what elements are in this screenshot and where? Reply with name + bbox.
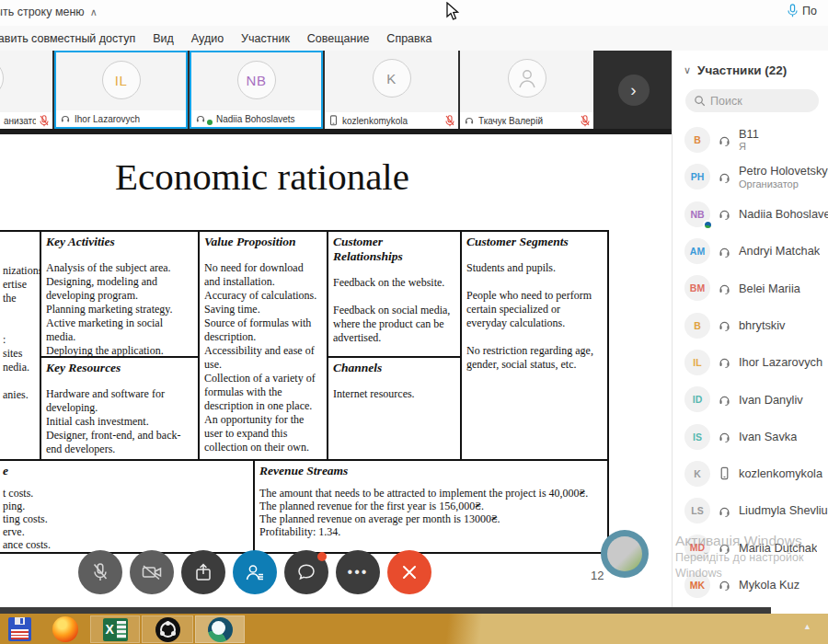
participant-row[interactable]: LS Liudmyla Shevliuk: [673, 492, 828, 529]
participant-list: B B11 Я PH: [673, 121, 828, 604]
chat-button[interactable]: [284, 550, 328, 594]
excel-icon[interactable]: X: [90, 615, 140, 643]
participant-row[interactable]: AM Andryi Matchak: [673, 233, 828, 270]
headset-icon: [718, 282, 731, 295]
participant-row[interactable]: B bhrytskiv: [673, 306, 828, 343]
menu-item[interactable]: Участник: [241, 32, 290, 45]
avatar-initials: LS: [691, 505, 703, 516]
participant-name: Liudmyla Shevliuk: [739, 503, 828, 517]
avatar-initials: K: [694, 468, 701, 479]
participants-panel-header[interactable]: ∨ Участники (22): [673, 51, 828, 77]
participant-row[interactable]: IS Ivan Savka: [673, 418, 828, 454]
headset-icon: [718, 170, 731, 184]
menu-item[interactable]: Вид: [153, 32, 174, 45]
menu-item[interactable]: Аудио: [191, 32, 224, 45]
video-thumbnail-partial[interactable]: анизатор): [0, 51, 52, 129]
webex-icon[interactable]: [195, 615, 245, 643]
headset-icon: [718, 578, 731, 592]
participant-role: Организатор: [739, 178, 828, 190]
avatar-initials: NB: [690, 209, 704, 220]
participant-row[interactable]: BM Belei Mariia: [673, 270, 828, 306]
mute-button[interactable]: [78, 550, 122, 594]
participant-row[interactable]: IL Ihor Lazarovych: [673, 344, 828, 381]
avatar: IL: [684, 350, 710, 375]
sharing-badge: [703, 220, 713, 230]
video-thumbnail[interactable]: NB Nadiia Bohoslavets: [190, 51, 323, 129]
sharing-badge: [207, 120, 213, 125]
menu-item[interactable]: Совещание: [307, 32, 370, 45]
video-thumbnail[interactable]: IL Ihor Lazarovych: [54, 51, 188, 129]
participants-icon: [245, 562, 265, 582]
chevron-up-icon: ∧: [90, 6, 98, 18]
participant-row[interactable]: ID Ivan Danyliv: [673, 381, 828, 418]
avatar: [0, 59, 4, 98]
floppy-disk-icon[interactable]: [6, 615, 33, 643]
video-thumbnail[interactable]: K kozlenkomykola: [325, 51, 458, 129]
participant-name-label: Nadiia Bohoslavets: [216, 114, 317, 124]
next-participants-button[interactable]: ›: [618, 75, 650, 106]
leave-meeting-button[interactable]: [387, 550, 431, 594]
participant-role: Я: [739, 141, 759, 153]
search-input[interactable]: [710, 95, 811, 108]
slide-page-number: 12: [591, 569, 604, 582]
chevron-down-icon: ∨: [684, 64, 691, 76]
avatar-initials: MK: [690, 580, 705, 591]
participant-name: Mykola Kuz: [739, 578, 799, 592]
avatar: K: [684, 461, 710, 487]
share-content-button[interactable]: [181, 550, 225, 594]
audio-status-label: По: [802, 5, 817, 17]
participant-row[interactable]: K kozlenkomykola: [673, 455, 828, 492]
menu-item[interactable]: ставить совместный доступ: [0, 32, 135, 45]
webex-window: ыть строку меню ∧ По ставить совместный …: [0, 0, 828, 644]
close-icon: [401, 564, 418, 581]
avatar-initials: PH: [691, 171, 705, 182]
cell-key-resources: Key Resources Hardware and software for …: [41, 356, 200, 459]
headset-icon: [718, 504, 731, 518]
slide-title: Economic rationale: [55, 155, 469, 199]
tray-expand-button[interactable]: ▲: [803, 622, 811, 631]
avatar: PH: [684, 164, 710, 190]
person-silhouette-icon: [515, 66, 539, 90]
more-options-button[interactable]: •••: [336, 550, 380, 594]
participant-row[interactable]: MK Mykola Kuz: [673, 567, 828, 604]
participant-row[interactable]: PH Petro Holovetskyi Организатор: [673, 158, 828, 195]
avatar: K: [373, 59, 411, 98]
avatar-initials: K: [386, 71, 397, 86]
participant-name-label: анизатор): [4, 116, 36, 126]
menu-item[interactable]: Справка: [386, 32, 431, 45]
participant-row[interactable]: B B11 Я: [673, 121, 828, 158]
cell-cost-structure: e t costs.ping.ting costs.erve.ance cost…: [0, 459, 255, 552]
headset-icon: [718, 430, 731, 443]
phone-icon: [718, 466, 731, 480]
participant-name: Ihor Lazarovych: [739, 355, 822, 369]
cell-customer-relationships: Customer Relationships Feedback on the w…: [328, 232, 462, 356]
participant-name: bhrytskiv: [739, 318, 786, 332]
participants-button[interactable]: [233, 550, 277, 594]
participant-row[interactable]: NB Nadiia Bohoslavets: [673, 196, 828, 233]
webcam-bubble[interactable]: [601, 530, 649, 578]
avatar-initials: IL: [693, 357, 701, 368]
avatar: ID: [684, 386, 710, 412]
chat-icon: [296, 562, 316, 582]
phone-icon: [328, 115, 339, 126]
avatar: LS: [684, 498, 710, 523]
business-model-canvas: nizationsertisethe:sitesnedia.anies. Key…: [0, 230, 609, 554]
chat-notification-dot: [317, 552, 327, 561]
avatar-initials: IL: [115, 73, 128, 88]
video-thumbnail-strip: анизатор) IL: [0, 51, 672, 129]
avatar-initials: B: [694, 134, 701, 145]
firefox-icon[interactable]: [48, 615, 83, 643]
participant-name: Ivan Danyliv: [739, 393, 803, 407]
camera-button[interactable]: [130, 550, 174, 594]
audio-status-indicator[interactable]: По: [788, 4, 828, 17]
avatar-initials: MD: [690, 542, 705, 553]
cell-value-proposition: Value Proposition No need for download a…: [200, 232, 328, 459]
video-thumbnail[interactable]: Ткачук Валерій: [460, 51, 593, 129]
avatar-initials: AM: [690, 246, 705, 257]
participant-name: kozlenkomykola: [739, 466, 822, 480]
hide-menubar-button[interactable]: ыть строку меню ∧: [0, 6, 98, 18]
participant-name: Andryi Matchak: [739, 244, 820, 258]
participant-row[interactable]: MD Mariia Dutchak: [673, 529, 828, 566]
avatar: NB: [684, 201, 710, 227]
obs-studio-icon[interactable]: [142, 615, 193, 643]
